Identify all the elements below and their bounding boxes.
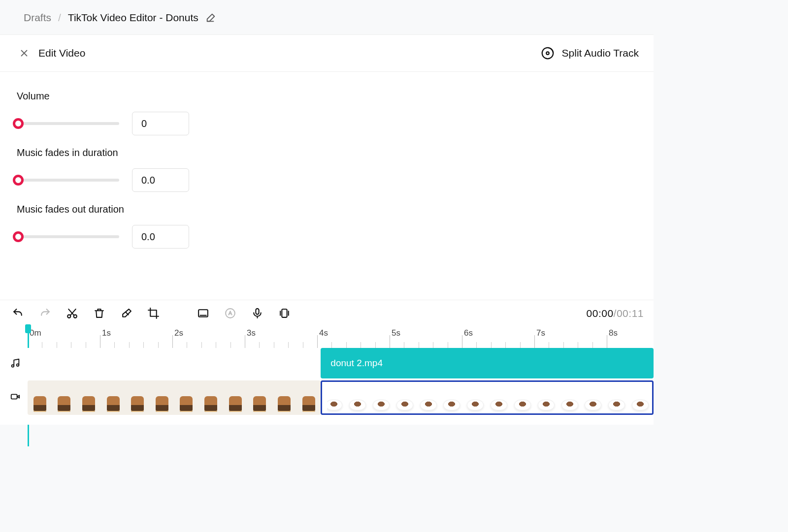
svg-rect-6	[256, 309, 259, 314]
timeline-ruler[interactable]: 0m1s2s3s4s5s6s7s8s	[0, 326, 654, 348]
audio-clip-label: donut 2.mp4	[330, 358, 383, 369]
ruler-label: 0m	[30, 328, 41, 338]
svg-point-8	[12, 365, 14, 367]
ruler-label: 5s	[392, 328, 400, 338]
time-current: 00:00	[587, 308, 614, 319]
mic-icon[interactable]	[251, 307, 263, 319]
pencil-icon[interactable]	[205, 12, 216, 23]
split-audio-label: Split Audio Track	[562, 47, 639, 59]
fade-in-value[interactable]: 0.0	[132, 168, 189, 192]
time-total: /00:11	[614, 308, 644, 319]
volume-label: Volume	[17, 91, 637, 102]
vibrate-icon[interactable]	[278, 307, 291, 319]
fade-in-slider[interactable]	[15, 175, 119, 186]
ruler-label: 6s	[464, 328, 473, 338]
ruler-label: 8s	[609, 328, 618, 338]
svg-point-1	[546, 52, 549, 55]
ruler-label: 4s	[319, 328, 328, 338]
video-track-icon	[7, 378, 24, 415]
edit-video-title: Edit Video	[38, 47, 85, 59]
ruler-label: 3s	[247, 328, 256, 338]
video-clip-1[interactable]	[28, 380, 321, 415]
video-clip-2[interactable]	[321, 380, 654, 415]
music-track-icon	[7, 348, 24, 378]
clip-handle[interactable]	[324, 385, 327, 410]
auto-caption-icon[interactable]	[224, 307, 236, 319]
crop-icon[interactable]	[147, 307, 160, 319]
split-audio-button[interactable]: Split Audio Track	[540, 46, 639, 61]
breadcrumb-separator: /	[58, 12, 61, 24]
video-lane[interactable]	[28, 380, 654, 415]
timeline-toolbar: 00:00/00:11	[0, 300, 654, 326]
cut-icon[interactable]	[66, 307, 78, 319]
edit-video-header: Edit Video Split Audio Track	[0, 34, 654, 72]
svg-point-9	[17, 364, 19, 366]
audio-lane[interactable]: donut 2.mp4	[28, 348, 654, 378]
svg-rect-7	[282, 309, 287, 317]
volume-value[interactable]: 0	[132, 112, 189, 135]
disc-icon	[540, 46, 555, 61]
controls-panel: Volume 0 Music fades in duration 0.0 Mus…	[0, 72, 654, 300]
volume-slider[interactable]	[15, 118, 119, 129]
ruler-label: 1s	[102, 328, 111, 338]
undo-icon[interactable]	[12, 307, 24, 319]
trash-icon[interactable]	[93, 307, 105, 319]
audio-clip[interactable]: donut 2.mp4	[321, 348, 654, 378]
svg-rect-10	[11, 394, 17, 399]
breadcrumb: Drafts / TikTok Video Editor - Donuts	[0, 0, 654, 34]
fade-in-label: Music fades in duration	[17, 147, 637, 158]
erase-icon[interactable]	[120, 307, 132, 319]
ruler-label: 2s	[174, 328, 183, 338]
fade-out-slider[interactable]	[15, 231, 119, 242]
timeline-time: 00:00/00:11	[587, 308, 644, 319]
fade-out-label: Music fades out duration	[17, 204, 637, 215]
caption-icon[interactable]	[197, 307, 209, 319]
breadcrumb-root[interactable]: Drafts	[24, 12, 51, 24]
tracks-area: donut 2.mp4	[0, 348, 654, 425]
close-icon[interactable]	[19, 48, 30, 59]
ruler-label: 7s	[536, 328, 545, 338]
fade-out-value[interactable]: 0.0	[132, 225, 189, 249]
breadcrumb-title: TikTok Video Editor - Donuts	[68, 12, 198, 24]
redo-icon[interactable]	[39, 307, 51, 319]
